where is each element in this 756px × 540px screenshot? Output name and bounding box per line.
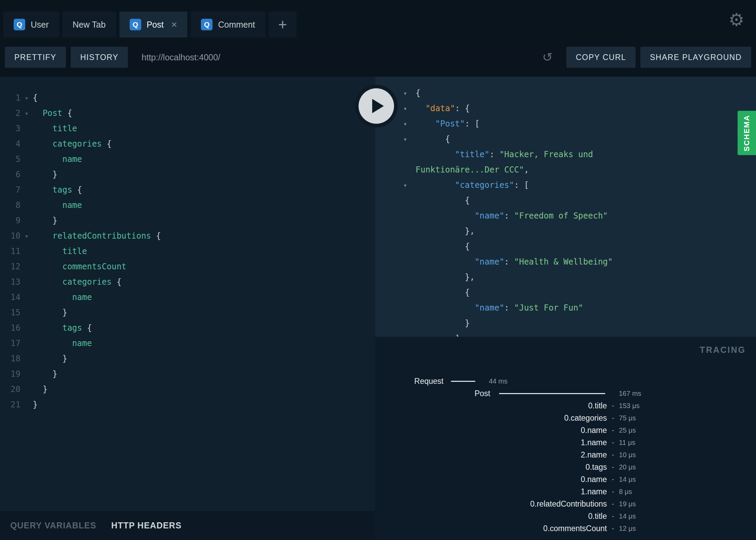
tracing-time: 11 μs (619, 439, 635, 447)
tracing-panel: TRACING Request44 msPost167 ms0.title-15… (375, 337, 756, 540)
tracing-row: 0.commentsCount-12 μs (375, 522, 756, 535)
http-headers-tab[interactable]: HTTP HEADERS (111, 521, 181, 530)
fold-arrow-icon[interactable]: ▾ (20, 228, 33, 244)
tab-post[interactable]: QPost× (119, 12, 188, 38)
new-tab-button[interactable]: + (269, 12, 297, 38)
caret-spacer (403, 147, 416, 162)
tracing-time: 19 μs (619, 500, 636, 508)
code-text: } (33, 351, 67, 366)
tracing-dash: - (612, 512, 614, 521)
tracing-time: 12 μs (619, 525, 636, 532)
collapse-caret-icon[interactable]: ▾ (403, 116, 416, 132)
endpoint-url-input[interactable] (133, 47, 562, 68)
fold-arrow-icon[interactable]: ▾ (20, 90, 33, 106)
code-text: name (33, 198, 82, 213)
tracing-span-bar (451, 381, 475, 382)
collapse-caret-icon[interactable]: ▾ (403, 101, 416, 116)
collapse-caret-icon[interactable]: ▾ (403, 132, 416, 147)
response-line: }, (375, 270, 756, 285)
tracing-time: 8 μs (619, 488, 632, 496)
settings-gear-icon[interactable]: ⚙ (728, 10, 744, 30)
tracing-title: TRACING (700, 345, 746, 355)
line-number: 20 (0, 382, 20, 397)
tracing-row: Request44 ms (375, 375, 756, 387)
fold-spacer (20, 274, 33, 290)
fold-spacer (20, 290, 33, 305)
code-line: 16 tags { (0, 320, 375, 336)
code-text: name (33, 290, 92, 305)
reload-icon[interactable]: ↺ (542, 51, 553, 63)
tracing-label: 0.categories (375, 414, 607, 423)
code-line: 4 categories { (0, 136, 375, 152)
code-text: title (33, 121, 77, 136)
collapse-caret-icon[interactable]: ▾ (403, 86, 416, 101)
caret-spacer (403, 270, 416, 285)
collapse-caret-icon[interactable]: ▾ (403, 178, 416, 193)
code-text: relatedContributions { (33, 228, 161, 244)
tracing-label: 0.commentsCount (375, 524, 607, 533)
caret-spacer (403, 224, 416, 239)
caret-spacer (403, 208, 416, 224)
code-text: name (33, 336, 92, 351)
caret-spacer (403, 316, 416, 331)
tab-comment[interactable]: QComment (191, 12, 265, 38)
execute-button-circle (359, 88, 394, 124)
line-number: 4 (0, 136, 20, 152)
query-editor[interactable]: 1▾{2▾ Post {3 title4 categories {5 name6… (0, 90, 375, 412)
fold-spacer (20, 366, 33, 382)
tracing-label: Request (375, 377, 444, 386)
tracing-time: 20 μs (619, 463, 636, 471)
top-bar: QUserNew TabQPost×QComment+ ⚙ PRETTIFY H… (0, 0, 756, 77)
close-tab-icon[interactable]: × (171, 19, 177, 30)
caret-spacer (403, 285, 416, 300)
response-text: ] (416, 331, 460, 337)
fold-spacer (20, 244, 33, 259)
response-line: ▾ { (375, 132, 756, 147)
query-editor-pane[interactable]: 1▾{2▾ Post {3 title4 categories {5 name6… (0, 77, 375, 540)
play-icon (372, 99, 384, 113)
code-line: 2▾ Post { (0, 106, 375, 121)
response-text: "Post": [ (416, 116, 480, 132)
code-text: { (33, 90, 38, 106)
tab-new-tab[interactable]: New Tab (62, 12, 116, 38)
tracing-time: 167 ms (619, 390, 641, 397)
response-line: "name": "Freedom of Speech" (375, 208, 756, 224)
code-line: 6 } (0, 167, 375, 182)
tracing-dash: - (612, 487, 614, 496)
code-line: 17 name (0, 336, 375, 351)
response-line: ] (375, 331, 756, 337)
history-button[interactable]: HISTORY (71, 47, 128, 68)
code-text: } (33, 213, 57, 228)
editor-bottom-bar: QUERY VARIABLES HTTP HEADERS (0, 511, 375, 540)
response-viewer: ▾{▾ "data": {▾ "Post": [▾ { "title": "Ha… (375, 86, 756, 337)
copy-curl-button[interactable]: COPY CURL (566, 47, 636, 68)
code-text: tags { (33, 182, 82, 198)
line-number: 19 (0, 366, 20, 382)
response-text: }, (416, 270, 475, 285)
prettify-button[interactable]: PRETTIFY (5, 47, 66, 68)
tracing-span-bar (499, 393, 605, 394)
fold-spacer (20, 320, 33, 336)
code-text: categories { (33, 136, 112, 152)
execute-button[interactable] (355, 85, 398, 127)
tracing-dash: - (612, 401, 614, 410)
tracing-time: 14 μs (619, 476, 636, 483)
caret-spacer (403, 300, 416, 316)
tracing-row: 1.name-11 μs (375, 436, 756, 449)
schema-tab[interactable]: SCHEMA (738, 111, 756, 155)
code-line: 21} (0, 397, 375, 412)
toolbar: PRETTIFY HISTORY ↺ COPY CURL SHARE PLAYG… (5, 47, 751, 68)
fold-arrow-icon[interactable]: ▾ (20, 106, 33, 121)
query-variables-tab[interactable]: QUERY VARIABLES (10, 521, 96, 530)
share-playground-button[interactable]: SHARE PLAYGROUND (640, 47, 751, 68)
tracing-dash: - (612, 426, 614, 435)
fold-spacer (20, 336, 33, 351)
line-number: 5 (0, 152, 20, 167)
tracing-dash: - (612, 463, 614, 471)
line-number: 14 (0, 290, 20, 305)
tracing-label: 0.title (375, 512, 607, 521)
line-number: 10 (0, 228, 20, 244)
tracing-label: 1.name (375, 438, 607, 447)
response-text: "data": { (416, 101, 470, 116)
tab-user[interactable]: QUser (3, 12, 59, 38)
